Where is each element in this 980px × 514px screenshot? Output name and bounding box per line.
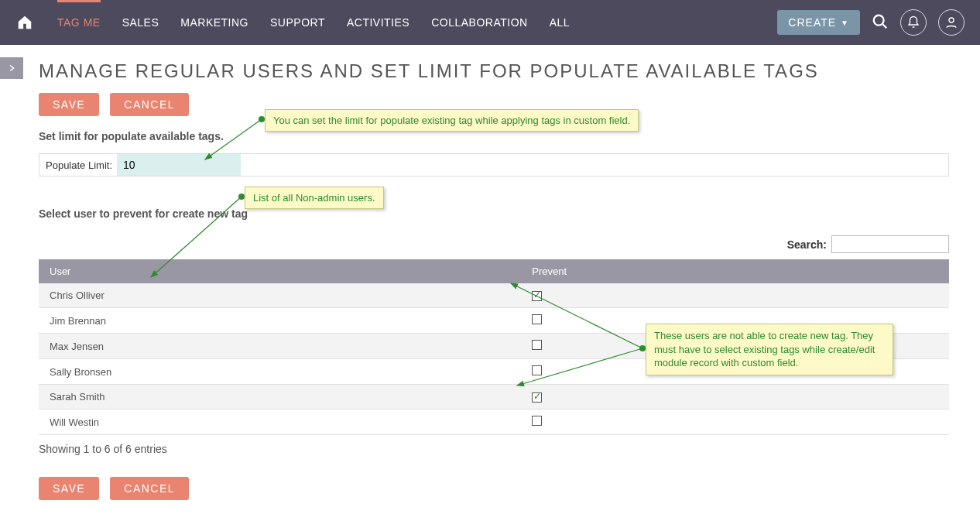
create-button[interactable]: CREATE ▼ [777, 10, 860, 35]
prevent-checkbox[interactable] [532, 314, 542, 324]
user-cell: Jim Brennan [39, 308, 521, 334]
svg-point-0 [874, 15, 884, 25]
search-label: Search: [787, 238, 827, 251]
nav-tab-support[interactable]: SUPPORT [270, 0, 325, 45]
table-col-user[interactable]: User [39, 259, 521, 283]
nav-tab-collaboration[interactable]: COLLABORATION [431, 0, 528, 45]
populate-limit-input[interactable] [117, 154, 241, 176]
nav-tab-tagme[interactable]: TAG ME [57, 0, 101, 45]
save-button-bottom[interactable]: SAVE [39, 477, 99, 500]
table-row: Sarah Smith [39, 385, 949, 409]
cancel-button[interactable]: CANCEL [110, 93, 189, 116]
page-content: MANAGE REGULAR USERS AND SET LIMIT FOR P… [0, 45, 980, 514]
page-title: MANAGE REGULAR USERS AND SET LIMIT FOR P… [39, 60, 949, 82]
prevent-checkbox[interactable] [532, 392, 542, 403]
svg-line-1 [882, 23, 887, 28]
callout-users-list-info: List of all Non-admin users. [245, 187, 384, 209]
callout-dot-icon [259, 116, 265, 122]
prevent-checkbox[interactable] [532, 365, 542, 375]
top-navbar: TAG ME SALES MARKETING SUPPORT ACTIVITIE… [0, 0, 980, 45]
prevent-cell [521, 409, 949, 435]
prevent-cell [521, 385, 949, 409]
save-button[interactable]: SAVE [39, 93, 99, 116]
prevent-checkbox[interactable] [532, 291, 542, 301]
table-row: Chris Olliver [39, 283, 949, 308]
prevent-cell [521, 283, 949, 308]
populate-limit-label: Populate Limit: [39, 159, 117, 171]
table-col-prevent[interactable]: Prevent [521, 259, 949, 283]
prevent-checkbox[interactable] [532, 340, 542, 350]
user-cell: Chris Olliver [39, 283, 521, 308]
topbar-right-group: CREATE ▼ [777, 9, 965, 36]
home-icon[interactable] [15, 13, 34, 32]
nav-tab-sales[interactable]: SALES [122, 0, 159, 45]
table-status-text: Showing 1 to 6 of 6 entries [39, 443, 949, 455]
callout-limit-info: You can set the limit for populate exist… [265, 109, 639, 132]
select-user-section-label: Select user to prevent for create new ta… [39, 207, 949, 220]
callout-dot-icon [639, 345, 646, 351]
button-row-bottom: SAVE CANCEL [39, 477, 949, 500]
table-search-input[interactable] [831, 235, 949, 253]
limit-section-label: Set limit for populate available tags. [39, 130, 949, 142]
nav-tab-marketing[interactable]: MARKETING [180, 0, 248, 45]
nav-tab-activities[interactable]: ACTIVITIES [347, 0, 409, 45]
svg-point-3 [949, 18, 954, 22]
chevron-down-icon: ▼ [841, 19, 849, 27]
table-row: Will Westin [39, 409, 949, 435]
populate-limit-field: Populate Limit: [39, 153, 949, 176]
search-icon[interactable] [872, 13, 889, 33]
notifications-icon[interactable] [900, 9, 927, 36]
nav-tabs: TAG ME SALES MARKETING SUPPORT ACTIVITIE… [57, 0, 570, 45]
user-cell: Will Westin [39, 409, 521, 435]
nav-tab-all[interactable]: ALL [550, 0, 570, 45]
user-cell: Sarah Smith [39, 385, 521, 409]
cancel-button-bottom[interactable]: CANCEL [110, 477, 189, 500]
callout-prevent-info: These users are not able to create new t… [646, 324, 893, 375]
create-button-label: CREATE [788, 16, 836, 29]
user-profile-icon[interactable] [938, 9, 965, 36]
prevent-checkbox[interactable] [532, 416, 542, 426]
table-search-row: Search: [39, 235, 949, 253]
callout-dot-icon [238, 194, 245, 200]
user-cell: Max Jensen [39, 334, 521, 359]
user-cell: Sally Bronsen [39, 359, 521, 385]
